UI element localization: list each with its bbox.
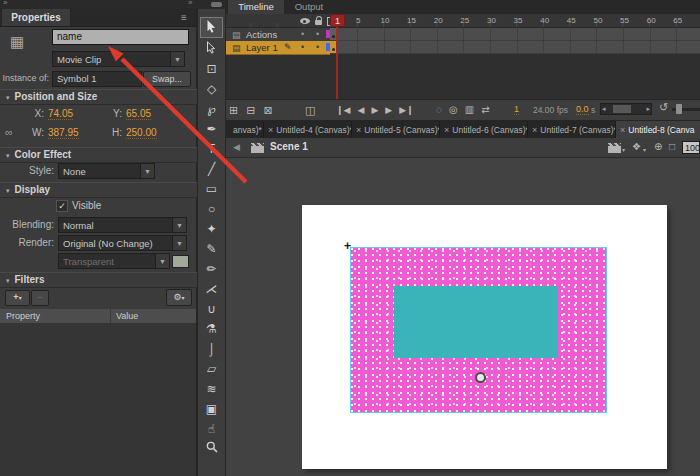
zoom-slider-knob[interactable]: [676, 104, 682, 114]
filters-table-body[interactable]: [0, 323, 196, 476]
center-frame-button[interactable]: ◫: [305, 102, 315, 118]
section-header-filters[interactable]: ▾Filters: [0, 272, 197, 288]
go-to-last-frame-button[interactable]: ▶❙: [399, 102, 413, 118]
section-header-display[interactable]: ▾Display: [0, 182, 197, 198]
style-dropdown[interactable]: None ▼: [58, 163, 155, 179]
ink-bottle-tool[interactable]: ⚗: [201, 319, 222, 338]
section-header-color-effect[interactable]: ▾Color Effect: [0, 147, 197, 163]
edit-symbols-icon[interactable]: ❖: [632, 141, 641, 152]
collapse-panel-icon[interactable]: «: [3, 0, 7, 7]
width-tool[interactable]: ≋: [201, 379, 222, 398]
render-dropdown[interactable]: Original (No Change) ▼: [58, 235, 187, 251]
play-button[interactable]: ▶: [371, 102, 378, 118]
visible-checkbox[interactable]: ✓: [56, 200, 68, 212]
free-transform-tool[interactable]: ⊡: [201, 59, 222, 78]
layer-visible-dot[interactable]: •: [301, 28, 304, 41]
playhead-line[interactable]: [336, 27, 338, 99]
current-frame-value[interactable]: 1: [514, 104, 519, 115]
modify-markers-button[interactable]: ⇄: [481, 102, 489, 118]
show-hide-all-layers-icon[interactable]: [300, 18, 310, 24]
layer-frames-actions[interactable]: [330, 28, 700, 41]
timeline-scrollbar[interactable]: ◂ ▸: [600, 103, 652, 115]
transparent-dropdown[interactable]: Transparent ▼: [58, 253, 170, 269]
new-folder-button[interactable]: ⊟: [246, 102, 255, 118]
line-tool[interactable]: ╱: [201, 159, 222, 178]
collapse-panel-icon[interactable]: «: [188, 0, 192, 7]
doc-tab-untitled-8[interactable]: × Untitled-8 (Canva: [616, 121, 700, 138]
layer-row-actions[interactable]: ▤ Actions • •: [226, 28, 330, 42]
h-value[interactable]: 250.00: [126, 127, 157, 139]
selection-tool[interactable]: [200, 17, 223, 38]
step-forward-button[interactable]: ▶: [385, 102, 392, 118]
section-header-position-size[interactable]: ▾Position and Size: [0, 89, 197, 105]
doc-tab-untitled-7[interactable]: × Untitled-7 (Canvas)*: [528, 121, 616, 138]
eraser-tool[interactable]: ▱: [201, 359, 222, 378]
oval-tool[interactable]: ○: [201, 199, 222, 218]
tab-output[interactable]: Output: [286, 0, 332, 14]
scrollbar-thumb[interactable]: [613, 105, 631, 113]
close-tab-icon[interactable]: ×: [356, 125, 361, 135]
zoom-tool[interactable]: [201, 439, 222, 458]
filter-options-button[interactable]: ⚙▾: [166, 289, 192, 306]
layer-row-layer1[interactable]: ▤ Layer 1 ✎ • •: [226, 41, 330, 55]
reset-timeline-zoom-icon[interactable]: ↺: [659, 101, 668, 114]
step-back-button[interactable]: ◀: [357, 102, 364, 118]
pasteboard[interactable]: +: [226, 158, 700, 476]
layer-visible-dot[interactable]: •: [301, 41, 304, 54]
close-tab-icon[interactable]: ×: [444, 125, 449, 135]
lock-all-layers-icon[interactable]: [315, 20, 322, 25]
close-tab-icon[interactable]: ×: [532, 125, 537, 135]
remove-filter-button[interactable]: −: [31, 290, 49, 306]
new-layer-button[interactable]: ⊞: [229, 102, 238, 118]
blending-dropdown[interactable]: Normal ▼: [58, 217, 187, 233]
instance-name-input[interactable]: name: [52, 29, 189, 45]
panel-menu-icon[interactable]: ≡: [181, 12, 187, 23]
instance-of-field[interactable]: Symbol 1: [52, 71, 142, 87]
scroll-right-icon[interactable]: ▸: [646, 105, 650, 113]
scroll-left-icon[interactable]: ◂: [602, 105, 606, 113]
onion-skin-outlines-button[interactable]: ◎: [449, 102, 458, 118]
add-filter-button[interactable]: +▾: [5, 290, 30, 306]
layer-lock-dot[interactable]: •: [316, 41, 319, 54]
w-value[interactable]: 387.95: [48, 127, 79, 139]
onion-skin-button[interactable]: ◌: [436, 102, 442, 118]
subselection-tool[interactable]: [201, 39, 222, 58]
rectangle-tool[interactable]: ▭: [201, 179, 222, 198]
y-value[interactable]: 65.05: [126, 108, 151, 120]
tab-timeline[interactable]: Timeline: [228, 0, 284, 14]
doc-tab-untitled-6[interactable]: × Untitled-6 (Canvas)*: [440, 121, 528, 138]
back-arrow-icon[interactable]: ◀: [233, 142, 240, 152]
camera-tool[interactable]: ▣: [201, 399, 222, 418]
go-to-first-frame-button[interactable]: ❙◀: [336, 102, 350, 118]
pencil-tool[interactable]: ✎: [201, 239, 222, 258]
scene-name[interactable]: Scene 1: [270, 141, 308, 152]
frame-rate-value[interactable]: 24.00 fps: [533, 105, 568, 115]
inner-rectangle-shape[interactable]: [394, 286, 558, 358]
symbol-type-dropdown[interactable]: Movie Clip ▼: [52, 51, 185, 67]
layer-lock-dot[interactable]: •: [316, 28, 319, 41]
paint-bucket-tool[interactable]: ∪: [201, 299, 222, 318]
doc-tab-untitled-5[interactable]: × Untitled-5 (Canvas)*: [352, 121, 440, 138]
doc-tab-untitled-4[interactable]: × Untitled-4 (Canvas)*: [264, 121, 352, 138]
swap-button[interactable]: Swap...: [143, 71, 191, 87]
transformation-point[interactable]: [475, 372, 486, 383]
edit-multiple-frames-button[interactable]: ▥: [465, 102, 474, 118]
gradient-transform-tool[interactable]: ◇: [201, 79, 222, 98]
hand-tool[interactable]: ☝: [201, 419, 222, 438]
close-tab-icon[interactable]: ×: [620, 125, 625, 135]
link-width-height-icon[interactable]: ∞: [5, 126, 13, 138]
stage[interactable]: +: [302, 205, 667, 469]
playhead-marker[interactable]: 1: [330, 14, 345, 27]
elapsed-time-value[interactable]: 0.0: [576, 104, 589, 115]
center-stage-icon[interactable]: ⊕: [654, 141, 662, 152]
text-tool[interactable]: T: [201, 139, 222, 158]
tab-properties[interactable]: Properties: [2, 9, 70, 26]
eyedropper-tool[interactable]: ⌡: [201, 339, 222, 358]
lasso-tool[interactable]: ℘: [201, 99, 222, 118]
layer-frames-layer1[interactable]: [330, 41, 700, 54]
doc-tab-partial[interactable]: anvas)*: [226, 121, 264, 138]
delete-layer-button[interactable]: ⊠: [263, 102, 272, 118]
toolbar-grip[interactable]: [211, 2, 222, 7]
timeline-zoom-slider[interactable]: [672, 108, 700, 111]
close-tab-icon[interactable]: ×: [268, 125, 273, 135]
